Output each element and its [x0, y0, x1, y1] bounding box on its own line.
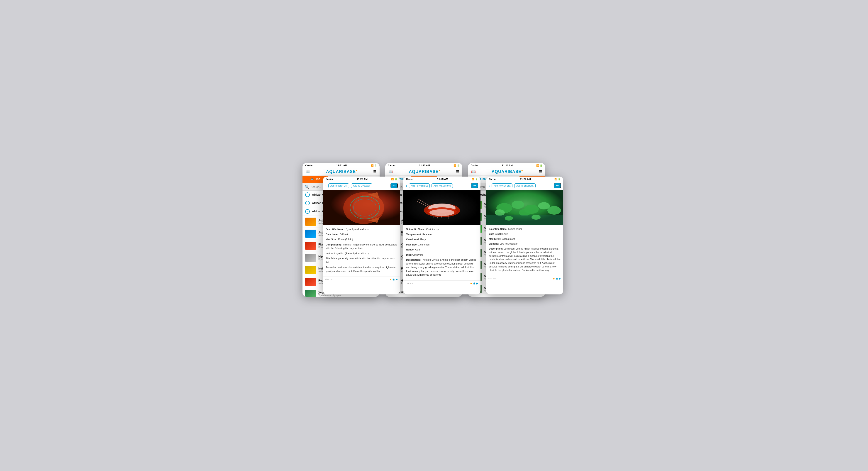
- svg-point-24: [547, 206, 561, 215]
- category-icon-1: →: [305, 192, 310, 197]
- footer-coin-icon-dr: ●: [553, 277, 555, 280]
- footer-circle-icon-dl: ◉: [393, 278, 395, 281]
- carrier-bg-right: Carrier: [471, 164, 478, 167]
- sci-name-val-center: Caridina sp.: [426, 228, 440, 230]
- app-title-bg-right: AQUARIBASE■: [492, 169, 523, 174]
- bullet-row: • Altum Angelfish (Pterophyllum altum ): [326, 252, 397, 255]
- back-btn-detail-left[interactable]: ‹: [325, 183, 327, 188]
- lighting-label-right: Lighting:: [489, 242, 499, 245]
- search-icon-bg-left: 🔍: [305, 185, 309, 189]
- footer-coin-icon-dc: ●: [470, 282, 472, 285]
- sci-name-center: Scientific Name: Caridina sp.: [406, 227, 478, 231]
- thumb-fish-2: [305, 230, 316, 238]
- temp-val-center: Peaceful: [423, 233, 432, 236]
- icons-detail-left: 📶 🔋: [391, 178, 397, 181]
- app-title-bg-center: AQUARIBASE■: [409, 169, 440, 174]
- menu-icon-bg-left[interactable]: ☰: [373, 169, 376, 174]
- livestock-btn-detail-right[interactable]: Add To Livestock: [514, 183, 535, 188]
- sci-name-val-right: Lemna minor: [508, 227, 522, 230]
- thumb-fish-4: [305, 254, 316, 262]
- diet-center: Diet: Omnivore: [406, 253, 478, 257]
- sci-name-label-right: Scientific Name:: [489, 227, 507, 230]
- compat-also: This fish is generally compatible with t…: [326, 257, 397, 264]
- wish-list-btn-detail-center[interactable]: Add To Wish List: [409, 183, 430, 188]
- book-icon-bg-left: 📖: [306, 169, 310, 174]
- status-bar-detail-center: Carrier 11:23 AM 📶 🔋: [403, 177, 480, 182]
- back-btn-detail-center[interactable]: ‹: [406, 183, 407, 188]
- svg-point-29: [531, 215, 540, 220]
- temp-center: Temperment: Peaceful: [406, 232, 478, 237]
- menu-icon-bg-center[interactable]: ☰: [456, 169, 459, 174]
- shrimp-svg: [403, 190, 480, 225]
- thumb-fish-5: [305, 265, 316, 274]
- footer-circle-icon-dr: ◉: [556, 277, 558, 280]
- time-detail-center: 11:23 AM: [437, 178, 448, 181]
- desc-center: Description: The Red Crystal Shrimp is t…: [406, 258, 478, 277]
- time-bg-right: 11:24 AM: [502, 164, 513, 167]
- menu-icon-bg-right[interactable]: ☰: [539, 169, 542, 174]
- more-btn-detail-left[interactable]: •••: [391, 183, 398, 188]
- max-size-value: 20 cm (7.9 in): [338, 238, 353, 241]
- sci-name-right: Scientific Name: Lemna minor: [489, 227, 560, 231]
- phone-detail-right: Carrier 11:24 AM 📶 🔋 ‹ Add To Wish List …: [486, 177, 563, 294]
- livestock-btn-detail-center[interactable]: Add To Livestock: [432, 183, 453, 188]
- native-label-center: Native:: [406, 248, 414, 251]
- care-label-center: Care Level:: [406, 238, 420, 241]
- fish-svg: [323, 190, 400, 225]
- scientific-name-row: Scientific Name: Symphysodon discus: [326, 227, 397, 231]
- thumb-fish-6: [305, 278, 316, 286]
- native-val-center: Asia: [415, 248, 420, 251]
- status-bar-bg-center: Carrier 11:23 AM 📶 🔋: [385, 163, 462, 168]
- thumb-fish-7: [305, 290, 316, 297]
- maxsize-val-center: 1.5 inches: [418, 243, 430, 246]
- fish-detail-image: Red Discus: [323, 190, 400, 225]
- remarks-label: Remarks:: [326, 266, 337, 269]
- scene: Carrier 11:21 AM 📶 🔋 📖 AQUARIBASE■ ☰ 🐟 F…: [303, 163, 565, 308]
- list-item-plant-9[interactable]: Baby Tears Hemianthus callitrichio... ›: [468, 295, 545, 297]
- care-val-right: Easy: [502, 232, 508, 235]
- compatibility-row: Compatibility: This fish is generally co…: [326, 243, 397, 250]
- item-sub-fish-7: Xystichromis phytopha...: [318, 294, 343, 297]
- wish-list-btn-detail-left[interactable]: Add To Wish List: [328, 183, 349, 188]
- status-bar-bg-right: Carrier 11:24 AM 📶 🔋: [468, 163, 545, 168]
- detail-body-right: Scientific Name: Lemna minor Care Level:…: [486, 225, 563, 276]
- more-btn-detail-center[interactable]: •••: [471, 183, 478, 188]
- desc-right: Description: Duckweed, Lemna minor, is a…: [489, 247, 560, 272]
- version-detail-left: Live 7.0: [325, 278, 333, 281]
- livestock-btn-detail-left[interactable]: Add To Livestock: [351, 183, 372, 188]
- phone-detail-left: Carrier 11:22 AM 📶 🔋 ‹ Add To Wish List …: [323, 177, 400, 294]
- care-center: Care Level: Easy: [406, 238, 478, 241]
- desc-val-right: Duckweed, Lemna minor, is a free-floatin…: [489, 247, 560, 272]
- wish-list-btn-detail-right[interactable]: Add To Wish List: [492, 183, 513, 188]
- status-bar-detail-left: Carrier 11:22 AM 📶 🔋: [323, 177, 400, 182]
- thumb-fish-1: [305, 218, 316, 226]
- maxsize-label-right: Max Size:: [489, 238, 500, 240]
- icons-detail-right: 📶 🔋: [554, 178, 560, 181]
- app-header-bg-right: 📖 AQUARIBASE■ ☰: [468, 168, 545, 176]
- plant-detail-image: Duckweed: [486, 190, 563, 225]
- detail-nav-center: ‹ Add To Wish List Add To Livestock •••: [403, 182, 480, 190]
- care-label-right: Care Level:: [489, 232, 502, 235]
- category-icon-3: →: [305, 209, 310, 214]
- care-level-label: Care Level:: [326, 233, 339, 236]
- care-val-center: Easy: [420, 238, 426, 241]
- footer-icons-detail-center: ● ◉ ▶: [470, 282, 478, 285]
- icons-bg-right: 📶 🔋: [536, 164, 542, 167]
- svg-point-25: [495, 210, 505, 216]
- carrier-detail-center: Carrier: [406, 178, 413, 181]
- carrier-bg-left: Carrier: [305, 164, 313, 167]
- icons-detail-center: 📶 🔋: [472, 178, 478, 181]
- footer-arrow-icon-dr: ▶: [559, 277, 561, 280]
- footer-detail-center: Live 7.0 ● ◉ ▶: [403, 280, 480, 286]
- footer-detail-left: Live 7.0 ● ◉ ▶: [323, 277, 400, 282]
- scientific-name-label: Scientific Name:: [326, 228, 345, 230]
- app-title-bg-left: AQUARIBASE■: [326, 169, 358, 174]
- back-btn-detail-right[interactable]: ‹: [489, 183, 490, 188]
- more-btn-detail-right[interactable]: •••: [554, 183, 561, 188]
- desc-label-center: Description:: [406, 258, 421, 261]
- svg-point-23: [538, 202, 550, 210]
- scientific-name-value: Symphysodon discus: [346, 228, 369, 230]
- icons-bg-center: 📶 🔋: [454, 164, 460, 167]
- book-icon-bg-center: 📖: [389, 169, 393, 174]
- category-icon-2: →: [305, 201, 310, 206]
